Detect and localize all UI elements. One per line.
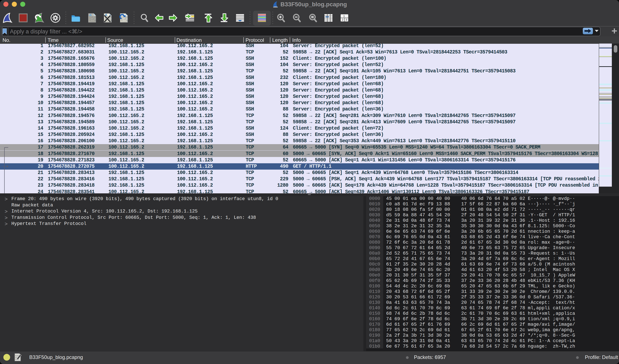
svg-text:3: 3 xyxy=(346,18,347,21)
svg-text:2: 2 xyxy=(342,18,343,21)
svg-text:1: 1 xyxy=(343,14,345,18)
svg-text:01110: 01110 xyxy=(121,20,127,22)
svg-text:01110: 01110 xyxy=(89,20,96,22)
